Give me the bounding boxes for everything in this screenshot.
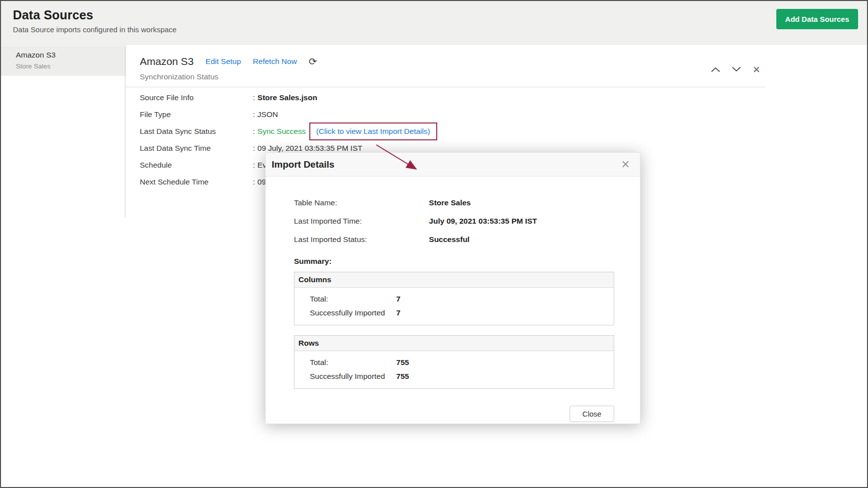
sync-status-value: Sync Success: [257, 127, 305, 136]
modal-row-value: Successful: [429, 235, 469, 244]
edit-setup-link[interactable]: Edit Setup: [206, 57, 241, 66]
field-label: Schedule: [140, 161, 253, 170]
field-label: Last Data Sync Time: [140, 144, 253, 153]
view-last-import-details-link[interactable]: (Click to view Last Import Details): [316, 127, 430, 135]
rows-box-title: Rows: [294, 336, 614, 351]
columns-imported-row: Successfully Imported 7: [294, 306, 614, 320]
field-value: 09 July, 2021 03:53:35 PM IST: [257, 144, 362, 153]
modal-close-button[interactable]: Close: [570, 406, 614, 422]
field-label: Last Data Sync Status: [140, 127, 253, 136]
field-colon: :: [253, 161, 255, 170]
modal-row-label: Last Imported Time:: [294, 217, 427, 226]
app-window: Data Sources Data Source imports configu…: [0, 0, 868, 488]
imported-label: Successfully Imported: [310, 308, 394, 317]
field-colon: :: [253, 127, 255, 136]
rows-total-row: Total: 755: [294, 356, 614, 369]
modal-body: Table Name: Store Sales Last Imported Ti…: [266, 177, 640, 422]
page-subtitle: Data Source imports configured in this w…: [13, 25, 858, 34]
rows-imported-row: Successfully Imported 755: [294, 369, 614, 383]
datasource-name: Amazon S3: [16, 51, 121, 60]
modal-title: Import Details: [272, 159, 335, 170]
sidebar-divider: [125, 45, 125, 217]
field-label: Next Schedule Time: [140, 178, 253, 186]
field-label: Source File Info: [140, 93, 253, 102]
total-value: 7: [396, 295, 401, 303]
sidebar-item-amazon-s3[interactable]: Amazon S3 Store Sales: [1, 45, 126, 76]
field-value: 09: [257, 178, 266, 186]
page-header: Data Sources Data Source imports configu…: [1, 1, 867, 45]
modal-row-label: Last Imported Status:: [294, 235, 427, 244]
modal-header: Import Details ✕: [266, 153, 640, 177]
columns-summary-box: Columns Total: 7 Successfully Imported 7: [294, 272, 614, 325]
datasource-table-name: Store Sales: [16, 62, 121, 70]
modal-footer: Close: [294, 406, 614, 422]
field-colon: :: [253, 144, 255, 153]
modal-row-table-name: Table Name: Store Sales: [294, 198, 614, 207]
chevron-up-icon[interactable]: [711, 65, 720, 74]
modal-row-last-imported-status: Last Imported Status: Successful: [294, 235, 614, 244]
field-colon: :: [253, 93, 255, 102]
refetch-now-link[interactable]: Refetch Now: [253, 57, 297, 66]
field-colon: :: [253, 110, 255, 119]
panel-actions: ✕: [711, 65, 760, 74]
modal-row-last-imported-time: Last Imported Time: July 09, 2021 03:53:…: [294, 217, 614, 226]
import-details-modal: Import Details ✕ Table Name: Store Sales…: [265, 152, 640, 424]
field-colon: :: [253, 178, 255, 186]
columns-total-row: Total: 7: [294, 292, 614, 306]
field-value: JSON: [257, 110, 278, 119]
panel-close-icon[interactable]: ✕: [752, 65, 760, 74]
rows-summary-box: Rows Total: 755 Successfully Imported 75…: [294, 335, 614, 389]
sidebar: Amazon S3 Store Sales: [1, 45, 126, 487]
summary-label: Summary:: [294, 257, 614, 266]
modal-row-value: July 09, 2021 03:53:35 PM IST: [429, 217, 537, 225]
modal-row-value: Store Sales: [429, 198, 470, 207]
total-label: Total:: [310, 295, 394, 304]
imported-value: 7: [396, 308, 401, 317]
field-row-file-type: File Type : JSON: [140, 110, 867, 127]
chevron-down-icon[interactable]: [732, 65, 741, 74]
annotation-box: (Click to view Last Import Details): [309, 122, 437, 140]
add-data-sources-button[interactable]: Add Data Sources: [776, 9, 858, 29]
field-value: Store Sales.json: [257, 93, 317, 102]
modal-row-label: Table Name:: [294, 198, 427, 207]
imported-label: Successfully Imported: [310, 372, 394, 381]
field-row-sync-status: Last Data Sync Status : Sync Success (Cl…: [140, 127, 867, 144]
detail-title: Amazon S3: [140, 56, 194, 67]
columns-box-title: Columns: [294, 272, 614, 288]
field-label: File Type: [140, 110, 253, 119]
refresh-icon[interactable]: ⟳: [309, 57, 317, 66]
page-title: Data Sources: [13, 8, 858, 22]
total-label: Total:: [310, 358, 394, 367]
section-divider: [126, 87, 765, 87]
modal-close-icon[interactable]: ✕: [621, 158, 630, 171]
imported-value: 755: [396, 372, 409, 380]
field-row-source-file: Source File Info : Store Sales.json: [140, 93, 867, 110]
total-value: 755: [396, 358, 409, 366]
